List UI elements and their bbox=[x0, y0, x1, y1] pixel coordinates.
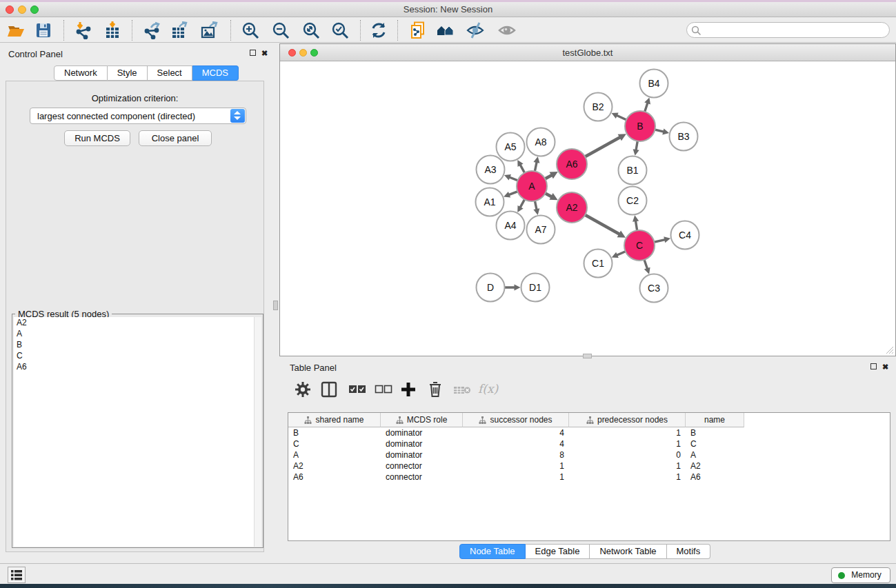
zoom-in-icon[interactable] bbox=[241, 21, 259, 39]
open-session-icon[interactable] bbox=[7, 21, 25, 39]
export-image-icon[interactable] bbox=[200, 21, 218, 39]
unselect-all-columns-icon[interactable] bbox=[375, 385, 392, 394]
float-table-panel-icon[interactable] bbox=[870, 363, 877, 371]
apply-layout-icon[interactable] bbox=[370, 21, 388, 39]
network-view-window: testGlobe.txt B4B2BB3A5A8A6B1A3AC2A1A2A4… bbox=[279, 43, 896, 356]
column-header[interactable]: shared name bbox=[288, 413, 381, 427]
table-row[interactable]: Adominator80A bbox=[288, 449, 744, 460]
tab-style[interactable]: Style bbox=[108, 65, 148, 81]
node-table[interactable]: shared nameMCDS rolesuccessor nodesprede… bbox=[288, 412, 890, 541]
tab-motifs[interactable]: Motifs bbox=[667, 544, 711, 559]
column-header[interactable]: name bbox=[686, 413, 744, 427]
run-mcds-button[interactable]: Run MCDS bbox=[64, 130, 130, 146]
zoom-selected-icon[interactable] bbox=[331, 21, 349, 39]
hide-selected-icon[interactable] bbox=[466, 21, 484, 39]
node-label: B bbox=[637, 121, 643, 132]
network-minimize-traffic-light[interactable] bbox=[299, 49, 307, 57]
table-cell: C bbox=[686, 438, 744, 449]
edge-arrowhead-icon bbox=[533, 156, 539, 163]
network-close-traffic-light[interactable] bbox=[288, 49, 296, 57]
select-all-columns-icon[interactable] bbox=[348, 385, 366, 394]
column-type-icon bbox=[479, 416, 486, 424]
zoom-out-icon[interactable] bbox=[272, 21, 290, 39]
zoom-fit-icon[interactable] bbox=[302, 21, 320, 39]
network-graph-canvas[interactable]: B4B2BB3A5A8A6B1A3AC2A1A2A4A7C4CC1DD1C3 bbox=[280, 61, 895, 356]
tab-network-table[interactable]: Network Table bbox=[590, 544, 666, 559]
result-list-item[interactable]: A bbox=[14, 328, 255, 339]
import-table-icon[interactable] bbox=[103, 21, 121, 39]
network-zoom-traffic-light[interactable] bbox=[310, 49, 318, 57]
close-table-panel-icon[interactable]: ✖ bbox=[882, 363, 889, 371]
table-row[interactable]: Bdominator41B bbox=[288, 427, 744, 438]
edge-arrowhead-icon bbox=[662, 128, 669, 134]
new-network-from-selection-icon[interactable] bbox=[410, 21, 428, 39]
table-row[interactable]: A6connector11A6 bbox=[288, 472, 744, 483]
result-list-item[interactable]: A6 bbox=[14, 361, 255, 372]
close-panel-button[interactable]: Close panel bbox=[139, 130, 212, 146]
edge-arrowhead-icon bbox=[515, 284, 521, 290]
export-network-icon[interactable] bbox=[143, 21, 161, 39]
close-traffic-light[interactable] bbox=[6, 6, 14, 14]
toolbar-separator bbox=[230, 20, 231, 41]
function-builder-icon: f(x) bbox=[478, 382, 498, 396]
tab-node-table[interactable]: Node Table bbox=[459, 544, 526, 559]
mcds-result-list[interactable]: A2ABCA6 bbox=[14, 317, 255, 547]
first-neighbors-icon[interactable] bbox=[437, 21, 455, 39]
table-cell: B bbox=[686, 427, 744, 438]
node-label: C4 bbox=[679, 230, 691, 241]
table-cell: 0 bbox=[569, 449, 686, 460]
result-scrollbar[interactable] bbox=[254, 317, 261, 547]
create-new-column-icon[interactable] bbox=[400, 381, 417, 398]
toolbar-separator bbox=[397, 20, 398, 41]
toolbar-separator bbox=[63, 20, 64, 41]
import-network-icon[interactable] bbox=[74, 21, 92, 39]
tab-select[interactable]: Select bbox=[148, 65, 192, 81]
table-toolbar: f(x) bbox=[288, 376, 888, 404]
column-header[interactable]: MCDS role bbox=[381, 413, 463, 427]
memory-button[interactable]: Memory bbox=[831, 567, 890, 583]
tab-mcds[interactable]: MCDS bbox=[192, 65, 239, 81]
save-session-icon[interactable] bbox=[34, 21, 52, 39]
tab-edge-table[interactable]: Edge Table bbox=[526, 544, 590, 559]
task-monitor-button[interactable] bbox=[8, 567, 26, 583]
search-input[interactable] bbox=[704, 23, 883, 37]
table-cell: A6 bbox=[288, 472, 381, 483]
edge-arrowhead-icon bbox=[644, 97, 650, 104]
criterion-value: largest connected component (directed) bbox=[37, 111, 195, 121]
close-panel-icon[interactable]: ✖ bbox=[261, 50, 268, 57]
table-settings-gear-icon[interactable] bbox=[295, 381, 311, 398]
export-table-icon[interactable] bbox=[170, 21, 188, 39]
table-row[interactable]: A2connector11A2 bbox=[288, 460, 744, 472]
delete-columns-icon[interactable] bbox=[427, 381, 444, 398]
node-label: A bbox=[528, 181, 535, 192]
result-list-item[interactable]: B bbox=[14, 339, 255, 350]
show-all-icon[interactable] bbox=[498, 21, 516, 39]
node-label: C3 bbox=[648, 283, 660, 294]
node-label: B3 bbox=[677, 131, 689, 142]
window-title: Session: New Session bbox=[0, 2, 896, 17]
table-row[interactable]: Cdominator41C bbox=[288, 438, 744, 449]
node-label: A2 bbox=[566, 202, 577, 213]
window-resize-grip[interactable] bbox=[886, 346, 894, 354]
node-label: D bbox=[487, 282, 494, 293]
minimize-traffic-light[interactable] bbox=[18, 6, 26, 14]
panel-splitter-handle[interactable] bbox=[273, 301, 278, 310]
column-header[interactable]: predecessor nodes bbox=[569, 413, 686, 427]
show-columns-icon[interactable] bbox=[321, 381, 337, 398]
edge-arrowhead-icon bbox=[633, 149, 639, 156]
delete-table-icon bbox=[453, 385, 471, 395]
zoom-traffic-light[interactable] bbox=[30, 6, 39, 14]
column-header[interactable]: successor nodes bbox=[463, 413, 569, 427]
result-list-item[interactable]: A2 bbox=[14, 317, 255, 328]
float-panel-icon[interactable] bbox=[249, 50, 257, 57]
table-cell: A6 bbox=[686, 472, 744, 483]
mcds-panel: Optimization criterion: largest connecte… bbox=[6, 81, 264, 552]
toolbar-separator bbox=[132, 20, 132, 41]
table-cell: 8 bbox=[463, 449, 569, 460]
tab-network[interactable]: Network bbox=[54, 65, 108, 81]
result-list-item[interactable]: C bbox=[14, 350, 255, 361]
toolbar-separator bbox=[360, 20, 361, 41]
criterion-dropdown[interactable]: largest connected component (directed) bbox=[30, 108, 246, 124]
node-label: D1 bbox=[529, 282, 541, 293]
search-box[interactable] bbox=[686, 22, 890, 38]
